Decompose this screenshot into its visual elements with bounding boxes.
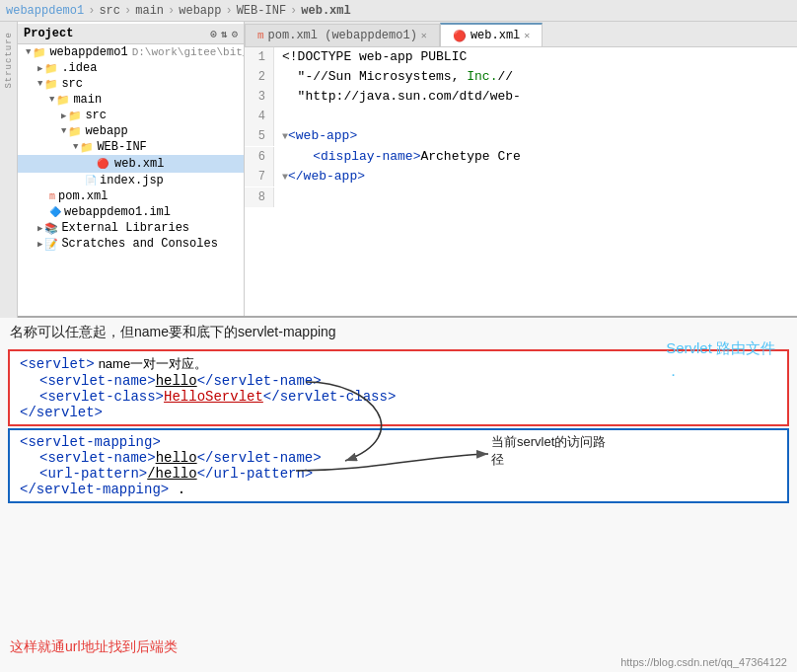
code-line-2: 2 "-//Sun Microsystems, Inc.// [245,67,797,87]
xml-file-icon: 🔴 [97,158,109,170]
collapse-icon[interactable]: ⇅ [221,28,228,40]
red-box-line1: <servlet> name一对一对应。 [20,355,777,373]
code-line-6: 6 <display-name>Archetype Cre [245,147,797,167]
line-num-2: 2 [245,67,274,87]
triangle-icon-src: ▼ [37,79,42,89]
code-line-5: 5 ▼<web-app> [245,126,797,147]
code-line-7: 7 ▼</web-app> [245,167,797,187]
jsp-file-icon: 📄 [85,175,97,187]
tab-webxml-icon: 🔴 [453,30,467,42]
tab-bar: m pom.xml (webappdemo1) ✕ 🔴 web.xml ✕ [245,22,797,47]
folder-icon-src: 📁 [44,78,58,91]
blue-box: <servlet-mapping> <servlet-name>hello</s… [8,428,789,503]
tree-item-indexjsp[interactable]: 📄 index.jsp [18,173,244,188]
tree-label-src: src [61,77,83,91]
code-line-1: 1 <!DOCTYPE web-app PUBLIC [245,47,797,67]
tree-label-extlib: External Libraries [61,221,189,235]
servlet-tag: <servlet> [20,356,95,372]
folder-icon-main: 📁 [56,94,70,107]
line-num-3: 3 [245,87,274,107]
servlet-name-tag2: <servlet-name>hello</servlet-name> [20,450,322,466]
code-editor: m pom.xml (webappdemo1) ✕ 🔴 web.xml ✕ 1 … [245,22,797,316]
tab-pomxml-close[interactable]: ✕ [421,30,427,41]
tree-item-extlib[interactable]: ▶ 📚 External Libraries [18,220,244,236]
breadcrumb-sep5: › [290,4,297,18]
tab-pomxml[interactable]: m pom.xml (webappdemo1) ✕ [245,24,440,46]
tree-item-webinf[interactable]: ▼ 📁 WEB-INF [18,139,244,155]
tree-label-webappdemo1: webappdemo1 [49,45,127,59]
tree-header-icons: ⊙ ⇅ ⚙ [210,28,238,40]
pom-file-icon: m [49,191,55,202]
triangle-icon-main: ▼ [49,95,54,105]
code-line-3: 3 "http://java.sun.com/dtd/web- [245,87,797,107]
sync-icon[interactable]: ⊙ [210,28,217,40]
code-lines: 1 <!DOCTYPE web-app PUBLIC 2 "-//Sun Mic… [245,47,797,207]
servlet-close-tag: </servlet> [20,405,103,420]
folder-icon-idea: 📁 [44,62,58,75]
breadcrumb-sep3: › [168,4,175,18]
line-content-6: <display-name>Archetype Cre [274,147,521,167]
triangle-icon-scratches: ▶ [37,239,42,250]
tab-webxml-close[interactable]: ✕ [524,30,530,41]
tab-webxml-label: web.xml [471,29,520,42]
tree-item-scratches[interactable]: ▶ 📝 Scratches and Consoles [18,236,244,252]
triangle-icon-extlib: ▶ [37,223,42,234]
line-num-7: 7 [245,167,274,187]
line-num-8: 8 [245,187,274,207]
annotation-top-text: 名称可以任意起，但name要和底下的servlet-mapping [10,324,336,341]
red-box-line2: <servlet-name>hello</servlet-name> [20,373,777,389]
triangle-icon: ▼ [26,47,31,57]
tree-label-scratches: Scratches and Consoles [61,237,217,251]
breadcrumb-webappdemo1[interactable]: webappdemo1 [6,4,84,18]
tree-item-iml[interactable]: 🔷 webappdemo1.iml [18,204,244,220]
sidebar-label-structure: Structure [4,32,14,89]
breadcrumb-sep4: › [225,4,232,18]
line-num-1: 1 [245,47,274,67]
servlet-class-tag: <servlet-class>HelloServlet</servlet-cla… [20,389,396,405]
tree-header: Project ⊙ ⇅ ⚙ [18,24,244,44]
tree-label-webinf: WEB-INF [97,140,146,154]
ide-container: Structure Project ⊙ ⇅ ⚙ ▼ 📁 webappdemo1 … [0,22,797,318]
tree-item-webappdemo1[interactable]: ▼ 📁 webappdemo1 D:\work\gitee\bit_class\… [18,44,244,60]
left-sidebar-bar: Structure [0,22,18,318]
code-line-8: 8 [245,187,797,207]
line-content-5: ▼<web-app> [274,126,357,147]
iml-file-icon: 🔷 [49,206,61,218]
blue-box-line3: <url-pattern>/hello</url-pattern> [20,466,777,482]
breadcrumb-main[interactable]: main [135,4,164,18]
triangle-icon-webinf: ▼ [73,142,78,152]
blue-box-line2: <servlet-name>hello</servlet-name> [20,450,777,466]
bottom-right-text: https://blog.csdn.net/qq_47364122 [620,656,787,668]
breadcrumb-webinf[interactable]: WEB-INF [237,4,286,18]
annotation-area: 名称可以任意起，但name要和底下的servlet-mapping <servl… [0,318,797,672]
line-num-5: 5 [245,126,274,146]
tree-item-src2[interactable]: ▶ 📁 src [18,108,244,123]
name-note: name一对一对应。 [99,355,208,373]
breadcrumb-webxml[interactable]: web.xml [301,4,350,18]
breadcrumb-sep2: › [124,4,131,18]
tree-item-webxml[interactable]: 🔴 web.xml [18,155,244,173]
breadcrumb-webapp[interactable]: webapp [179,4,221,18]
settings-icon[interactable]: ⚙ [231,28,238,40]
red-box-line3: <servlet-class>HelloServlet</servlet-cla… [20,389,777,405]
triangle-icon-webapp: ▼ [61,126,66,136]
line-num-6: 6 [245,147,274,167]
tab-pomxml-label: pom.xml (webappdemo1) [268,29,417,42]
tab-webxml[interactable]: 🔴 web.xml ✕ [440,23,543,46]
tree-label-idea: .idea [61,61,97,75]
blue-box-line1: <servlet-mapping> [20,434,777,450]
folder-icon-scratches: 📝 [44,238,58,251]
breadcrumb-bar: webappdemo1 › src › main › webapp › WEB-… [0,0,797,22]
url-pattern-tag: <url-pattern>/hello</url-pattern> [20,466,313,482]
tree-item-idea[interactable]: ▶ 📁 .idea [18,60,244,76]
project-label: Project [24,27,73,40]
tree-item-pomxml[interactable]: m pom.xml [18,188,244,204]
tree-item-main[interactable]: ▼ 📁 main [18,92,244,108]
tree-item-webapp[interactable]: ▼ 📁 webapp [18,123,244,139]
folder-icon-webinf: 📁 [80,141,94,154]
folder-icon-extlib: 📚 [44,222,58,235]
red-box-line4: </servlet> [20,405,777,420]
tree-item-src[interactable]: ▼ 📁 src [18,76,244,92]
line-content-7: ▼</web-app> [274,167,365,187]
breadcrumb-src[interactable]: src [99,4,120,18]
